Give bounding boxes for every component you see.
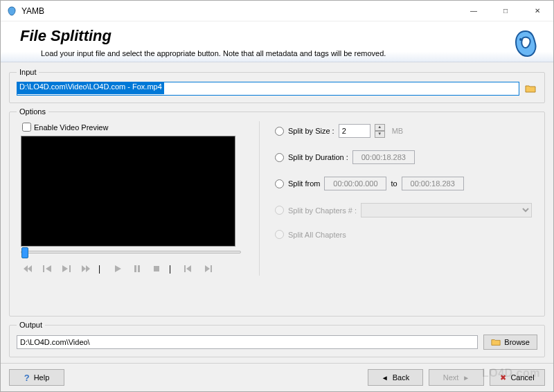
split-from-end[interactable] xyxy=(402,177,464,190)
spinner-down-icon[interactable]: ▼ xyxy=(375,131,385,138)
split-size-spinner[interactable]: ▲ ▼ xyxy=(375,124,385,138)
next-frame-icon[interactable] xyxy=(60,262,73,276)
help-label: Help xyxy=(34,373,50,382)
chapter-select xyxy=(361,203,532,217)
split-by-size-row[interactable]: Split by Size : ▲ ▼ MB xyxy=(275,124,532,138)
page-header: File Splitting Load your input file and … xyxy=(1,21,553,62)
browse-output-button[interactable]: Browse xyxy=(483,335,537,350)
split-from-to-label: to xyxy=(391,179,397,188)
spinner-up-icon[interactable]: ▲ xyxy=(375,124,385,131)
browse-label: Browse xyxy=(504,338,530,346)
foot-logo-icon xyxy=(509,27,542,60)
maximize-button[interactable]: □ xyxy=(490,1,521,21)
svg-rect-4 xyxy=(138,265,140,272)
input-group: Input D:\LO4D.com\Video\LO4D.com - Fox.m… xyxy=(9,68,545,103)
split-from-row[interactable]: Split from to xyxy=(275,177,532,190)
split-by-chapters-label: Split by Chapters # : xyxy=(288,206,357,215)
split-all-chapters-radio xyxy=(275,230,284,239)
video-preview xyxy=(21,136,235,247)
cancel-icon: ✖ xyxy=(500,373,506,382)
svg-rect-1 xyxy=(43,265,44,272)
page-title: File Splitting xyxy=(20,27,539,45)
svg-rect-2 xyxy=(69,265,71,272)
options-group: Options Enable Video Preview xyxy=(9,107,545,317)
split-by-size-radio[interactable] xyxy=(275,127,284,136)
help-button[interactable]: ? Help xyxy=(9,369,64,386)
close-button[interactable]: ✕ xyxy=(521,1,553,21)
app-icon xyxy=(6,6,17,17)
browse-input-icon[interactable] xyxy=(524,82,537,96)
back-button[interactable]: ◄ Back xyxy=(368,369,423,386)
split-by-size-label: Split by Size : xyxy=(288,127,334,135)
transport-divider: | xyxy=(98,264,105,274)
svg-point-0 xyxy=(519,38,522,41)
transport-divider-2: | xyxy=(169,264,176,274)
transport-controls: | | xyxy=(21,262,241,276)
split-from-start[interactable] xyxy=(324,177,386,190)
output-path-field[interactable] xyxy=(17,335,478,349)
skip-start-icon[interactable] xyxy=(181,262,195,276)
svg-rect-3 xyxy=(134,265,136,272)
split-by-duration-row[interactable]: Split by Duration : xyxy=(275,150,532,164)
back-label: Back xyxy=(393,373,409,382)
stop-icon[interactable] xyxy=(150,262,163,276)
split-by-duration-radio[interactable] xyxy=(275,153,284,162)
input-selected-text: D:\LO4D.com\Video\LO4D.com - Fox.mp4 xyxy=(17,82,164,94)
split-duration-value[interactable] xyxy=(352,150,415,164)
split-all-chapters-label: Split All Chapters xyxy=(288,231,346,239)
enable-preview-row[interactable]: Enable Video Preview xyxy=(17,121,245,136)
output-legend: Output xyxy=(17,321,45,329)
enable-preview-label: Enable Video Preview xyxy=(34,123,108,132)
seek-slider[interactable] xyxy=(21,251,241,253)
next-arrow-icon: ► xyxy=(463,374,470,382)
svg-rect-6 xyxy=(184,265,186,272)
folder-icon xyxy=(491,337,501,347)
output-group: Output Browse xyxy=(9,321,545,357)
minimize-button[interactable]: — xyxy=(458,1,490,21)
split-all-chapters-row: Split All Chapters xyxy=(275,230,532,239)
split-by-duration-label: Split by Duration : xyxy=(288,153,348,161)
split-size-value[interactable] xyxy=(339,124,370,138)
split-size-unit: MB xyxy=(392,127,404,135)
titlebar: YAMB — □ ✕ xyxy=(1,1,553,21)
window-title: YAMB xyxy=(21,6,44,16)
options-legend: Options xyxy=(17,107,48,116)
skip-end-icon[interactable] xyxy=(201,262,215,276)
page-subtitle: Load your input file and select the appr… xyxy=(41,49,539,57)
cancel-label: Cancel xyxy=(510,373,534,382)
footer: ? Help ◄ Back Next ► ✖ Cancel xyxy=(1,363,553,391)
split-from-label: Split from xyxy=(288,179,320,188)
split-by-chapters-row: Split by Chapters # : xyxy=(275,203,532,217)
cancel-button[interactable]: ✖ Cancel xyxy=(490,369,545,386)
back-arrow-icon: ◄ xyxy=(382,374,388,382)
next-button[interactable]: Next ► xyxy=(429,369,484,386)
input-legend: Input xyxy=(17,68,39,76)
svg-rect-7 xyxy=(211,265,212,272)
split-from-radio[interactable] xyxy=(275,179,284,188)
rewind-fast-icon[interactable] xyxy=(21,262,35,276)
svg-rect-5 xyxy=(154,266,159,271)
pause-icon[interactable] xyxy=(130,262,144,276)
next-label: Next xyxy=(443,373,459,382)
prev-frame-icon[interactable] xyxy=(40,262,54,276)
play-icon[interactable] xyxy=(111,262,125,276)
split-by-chapters-radio xyxy=(275,206,284,215)
forward-fast-icon[interactable] xyxy=(79,262,93,276)
enable-preview-checkbox[interactable] xyxy=(22,123,31,132)
help-icon: ? xyxy=(24,373,30,383)
